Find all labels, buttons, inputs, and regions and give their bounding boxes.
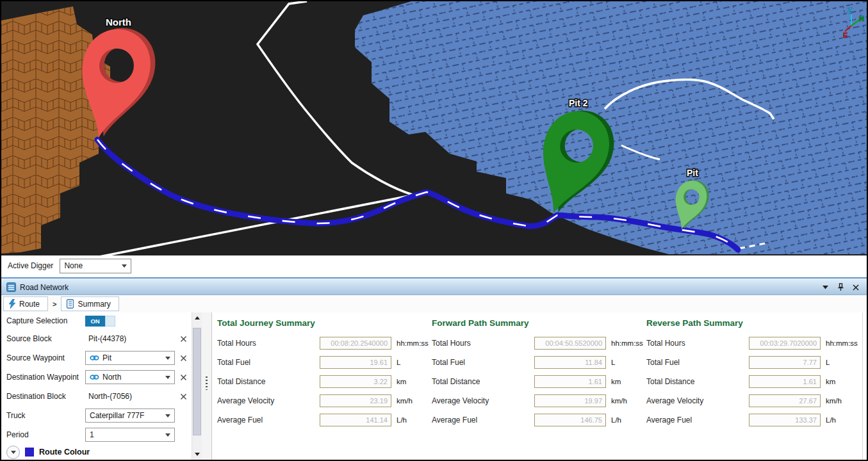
average-fuel-input[interactable] <box>749 414 821 426</box>
truck-select[interactable]: Caterpillar 777F <box>85 408 175 423</box>
clear-source-waypoint-button[interactable] <box>181 355 186 361</box>
total-distance-input[interactable] <box>320 375 391 388</box>
source-block-value: Pit-(44378) <box>85 334 175 343</box>
capture-selection-toggle[interactable]: ON <box>85 316 115 327</box>
truck-label: Truck <box>6 411 85 420</box>
total-journey-summary: Total Journey Summary Total Hours hh:mm:… <box>217 316 432 430</box>
period-select[interactable]: 1 <box>85 428 175 442</box>
destination-block-value: North-(7056) <box>85 392 175 401</box>
unit-label: L/h <box>611 416 621 424</box>
average-velocity-input[interactable] <box>320 394 391 407</box>
total-hours-input[interactable] <box>534 337 606 350</box>
triangle-down-icon <box>195 453 200 456</box>
chevron-down-icon <box>165 357 170 360</box>
route-colour-swatch[interactable] <box>25 448 34 457</box>
close-icon <box>181 375 186 380</box>
breadcrumb-separator: > <box>51 300 58 308</box>
route-form-panel: Capture Selection ON Source Block Pit-(4… <box>1 312 192 460</box>
unit-label: L <box>826 359 830 366</box>
summary-row: Total Distance km <box>217 372 432 391</box>
unit-label: L <box>611 359 615 366</box>
unit-label: L/h <box>397 416 407 424</box>
road-network-header: Road Network <box>1 280 867 295</box>
chevron-down-icon <box>122 264 127 268</box>
average-fuel-label: Average Fuel <box>432 416 534 425</box>
close-panel-button[interactable] <box>853 284 859 291</box>
average-velocity-label: Average Velocity <box>646 396 749 405</box>
summary-row: Total Fuel L <box>432 353 646 372</box>
average-fuel-input[interactable] <box>534 414 606 426</box>
auto-hide-pin-button[interactable] <box>837 283 844 291</box>
total-distance-input[interactable] <box>534 375 606 388</box>
scroll-up-button[interactable] <box>192 312 202 323</box>
form-scrollbar[interactable] <box>192 312 202 460</box>
summary-row: Total Hours hh:mm:ss <box>217 334 432 353</box>
period-value: 1 <box>90 430 94 439</box>
unit-label: km <box>826 378 835 385</box>
axis-z-label: Z <box>848 6 852 14</box>
period-row: Period 1 <box>1 425 192 444</box>
route-dropdown-button[interactable]: Route <box>3 296 48 311</box>
source-waypoint-label: Source Waypoint <box>6 353 85 362</box>
truck-value: Caterpillar 777F <box>90 411 144 420</box>
total-fuel-label: Total Fuel <box>217 358 320 367</box>
source-waypoint-row: Source Waypoint Pit <box>1 348 192 368</box>
unit-label: km <box>397 378 406 385</box>
unit-label: hh:mm:ss <box>826 339 858 347</box>
active-digger-label: Active Digger <box>8 261 53 270</box>
toggle-on-segment: ON <box>85 316 105 327</box>
total-distance-label: Total Distance <box>646 377 749 386</box>
summary-panel: Total Journey Summary Total Hours hh:mm:… <box>211 312 867 460</box>
summary-row: Total Distance km <box>432 372 646 391</box>
source-waypoint-value: Pit <box>102 353 111 362</box>
summary-row: Average Fuel L/h <box>217 410 432 430</box>
summary-dropdown-button[interactable]: Summary <box>61 296 119 311</box>
total-fuel-input[interactable] <box>749 356 821 369</box>
destination-block-label: Destination Block <box>6 392 85 401</box>
lightning-bolt-icon <box>8 299 16 309</box>
unit-label: km/h <box>397 397 413 405</box>
chevron-down-icon <box>165 414 170 417</box>
route-button-label: Route <box>19 300 40 309</box>
application-window: North Pit 2 Pit Z N E Active Digger None… <box>0 0 868 461</box>
window-position-button[interactable] <box>823 286 829 289</box>
link-icon <box>90 374 99 380</box>
total-distance-input[interactable] <box>749 375 821 388</box>
summary-row: Average Velocity km/h <box>432 391 646 410</box>
summary-row: Average Fuel L/h <box>646 410 861 430</box>
scroll-down-button[interactable] <box>192 449 202 460</box>
pin-label-pit2: Pit 2 <box>569 98 588 108</box>
route-colour-expander-button[interactable] <box>6 446 20 459</box>
destination-waypoint-select[interactable]: North <box>85 370 175 384</box>
panel-splitter[interactable] <box>202 312 211 460</box>
road-network-icon <box>6 282 16 292</box>
period-label: Period <box>6 430 85 439</box>
total-distance-label: Total Distance <box>217 377 320 386</box>
3d-viewport[interactable]: North Pit 2 Pit Z N E <box>1 1 867 255</box>
scrollbar-track[interactable] <box>192 323 202 449</box>
summary-row: Total Hours hh:mm:ss <box>646 334 861 353</box>
unit-label: L/h <box>826 416 836 424</box>
total-fuel-label: Total Fuel <box>432 358 534 367</box>
close-icon <box>181 336 186 342</box>
total-fuel-input[interactable] <box>534 356 606 369</box>
clear-destination-waypoint-button[interactable] <box>181 375 186 380</box>
clear-destination-block-button[interactable] <box>181 394 186 400</box>
total-hours-input[interactable] <box>320 337 391 350</box>
scrollbar-thumb[interactable] <box>193 328 201 435</box>
clear-source-block-button[interactable] <box>181 336 186 342</box>
average-velocity-input[interactable] <box>534 394 606 407</box>
active-digger-select[interactable]: None <box>60 259 131 273</box>
average-velocity-input[interactable] <box>749 394 821 407</box>
total-fuel-input[interactable] <box>320 356 391 369</box>
content-area: Capture Selection ON Source Block Pit-(4… <box>1 312 867 460</box>
source-waypoint-select[interactable]: Pit <box>85 351 175 365</box>
summary-heading: Reverse Path Summary <box>646 318 861 328</box>
total-hours-input[interactable] <box>749 337 821 350</box>
average-fuel-input[interactable] <box>320 414 391 426</box>
close-icon <box>853 284 859 291</box>
average-fuel-label: Average Fuel <box>217 416 320 425</box>
summary-list-icon <box>66 299 74 309</box>
triangle-up-icon <box>195 316 200 319</box>
destination-block-row: Destination Block North-(7056) <box>1 387 192 406</box>
